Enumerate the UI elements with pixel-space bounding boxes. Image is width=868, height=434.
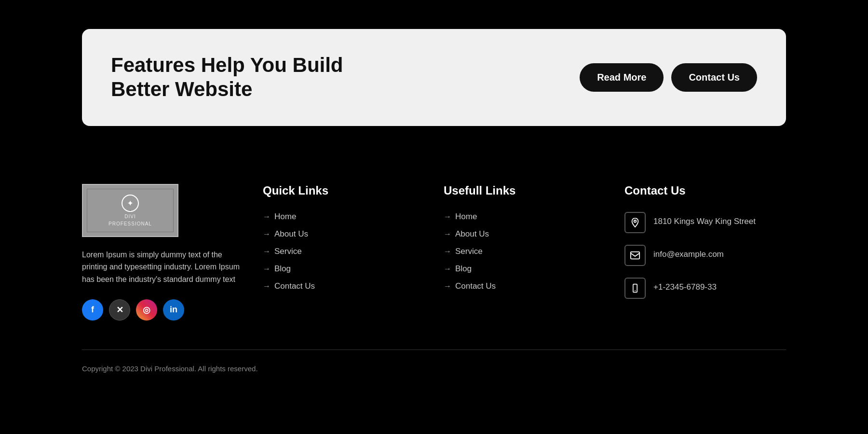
arrow-icon: → <box>263 265 271 273</box>
arrow-icon: → <box>444 265 451 273</box>
logo-circle: ✦ <box>122 195 139 212</box>
list-item: → Home <box>263 212 424 222</box>
logo-brand: DIVI <box>124 214 136 219</box>
list-item: → About Us <box>444 229 605 239</box>
arrow-icon: → <box>444 212 451 221</box>
quick-link-service[interactable]: → Service <box>263 247 424 256</box>
contact-items: 1810 Kings Way King Street info@example.… <box>624 212 786 299</box>
contact-us-title: Contact Us <box>624 184 786 197</box>
useful-link-blog[interactable]: → Blog <box>444 264 605 274</box>
quick-link-home[interactable]: → Home <box>263 212 424 222</box>
top-section: Features Help You Build Better Website R… <box>0 0 868 155</box>
logo-box: ✦ DIVI PROFESSIONAL <box>82 184 178 237</box>
contact-address-item: 1810 Kings Way King Street <box>624 212 786 233</box>
footer-bottom: Copyright © 2023 Divi Professional. All … <box>82 350 786 387</box>
quick-link-about[interactable]: → About Us <box>263 229 424 239</box>
arrow-icon: → <box>444 282 451 291</box>
useful-links-title: Usefull Links <box>444 184 605 197</box>
quick-links-list: → Home → About Us → Service → Blog → Con… <box>263 212 424 291</box>
logo-symbol: ✦ <box>127 199 133 207</box>
list-item: → Contact Us <box>444 281 605 291</box>
contact-email: info@example.com <box>653 245 724 260</box>
instagram-icon[interactable]: ◎ <box>136 299 157 321</box>
useful-link-service[interactable]: → Service <box>444 247 605 256</box>
footer-grid: ✦ DIVI PROFESSIONAL Lorem Ipsum is simpl… <box>82 184 786 350</box>
svg-point-0 <box>634 220 637 223</box>
cta-buttons: Read More Contact Us <box>580 63 757 92</box>
svg-rect-1 <box>631 252 639 259</box>
linkedin-icon[interactable]: in <box>163 299 184 321</box>
arrow-icon: → <box>263 230 271 238</box>
location-icon <box>624 212 646 233</box>
phone-icon <box>624 278 646 299</box>
contact-phone-item: +1-2345-6789-33 <box>624 278 786 299</box>
list-item: → Contact Us <box>263 281 424 291</box>
list-item: → Home <box>444 212 605 222</box>
quick-link-blog[interactable]: → Blog <box>263 264 424 274</box>
useful-links-list: → Home → About Us → Service → Blog → Con… <box>444 212 605 291</box>
useful-link-home[interactable]: → Home <box>444 212 605 222</box>
list-item: → Service <box>263 247 424 256</box>
arrow-icon: → <box>263 212 271 221</box>
copyright-text: Copyright © 2023 Divi Professional. All … <box>82 364 786 373</box>
social-icons: f ✕ ◎ in <box>82 299 244 321</box>
read-more-button[interactable]: Read More <box>580 63 664 92</box>
cta-title: Features Help You Build Better Website <box>111 53 400 102</box>
arrow-icon: → <box>444 230 451 238</box>
contact-us-button[interactable]: Contact Us <box>671 63 757 92</box>
footer-description: Lorem Ipsum is simply dummy text of the … <box>82 249 244 286</box>
footer: ✦ DIVI PROFESSIONAL Lorem Ipsum is simpl… <box>0 155 868 387</box>
cta-card: Features Help You Build Better Website R… <box>82 29 786 126</box>
list-item: → About Us <box>263 229 424 239</box>
email-icon <box>624 245 646 266</box>
footer-quick-links-column: Quick Links → Home → About Us → Service … <box>263 184 424 321</box>
twitter-icon[interactable]: ✕ <box>109 299 130 321</box>
logo-inner: ✦ DIVI PROFESSIONAL <box>108 195 152 226</box>
footer-useful-links-column: Usefull Links → Home → About Us → Servic… <box>444 184 605 321</box>
contact-phone: +1-2345-6789-33 <box>653 278 717 293</box>
arrow-icon: → <box>263 282 271 291</box>
contact-address: 1810 Kings Way King Street <box>653 212 756 227</box>
list-item: → Blog <box>444 264 605 274</box>
useful-link-contact[interactable]: → Contact Us <box>444 281 605 291</box>
quick-link-contact[interactable]: → Contact Us <box>263 281 424 291</box>
quick-links-title: Quick Links <box>263 184 424 197</box>
footer-logo-column: ✦ DIVI PROFESSIONAL Lorem Ipsum is simpl… <box>82 184 244 321</box>
arrow-icon: → <box>263 247 271 256</box>
arrow-icon: → <box>444 247 451 256</box>
list-item: → Service <box>444 247 605 256</box>
useful-link-about[interactable]: → About Us <box>444 229 605 239</box>
footer-contact-column: Contact Us 1810 Kings Way King Street <box>624 184 786 321</box>
facebook-icon[interactable]: f <box>82 299 103 321</box>
list-item: → Blog <box>263 264 424 274</box>
logo-subtitle: PROFESSIONAL <box>108 221 152 226</box>
contact-email-item: info@example.com <box>624 245 786 266</box>
